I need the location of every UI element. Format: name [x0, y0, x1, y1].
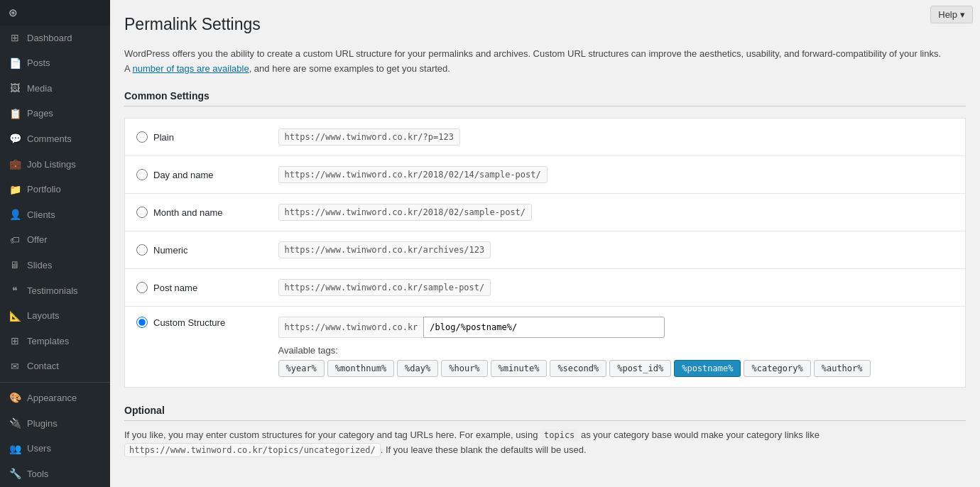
testimonials-icon: ❝	[9, 284, 21, 298]
help-label: Help	[938, 9, 957, 20]
sidebar-label-tools: Tools	[27, 468, 48, 481]
sidebar-label-templates: Templates	[27, 335, 69, 348]
sidebar-label-appearance: Appearance	[27, 392, 77, 405]
sidebar-divider	[0, 382, 110, 383]
radio-month-and-name[interactable]	[136, 207, 148, 218]
tag-btn-category[interactable]: %category%	[744, 360, 810, 377]
layouts-icon: 📐	[9, 310, 21, 324]
option-row-day-and-name: Day and name https://www.twinword.co.kr/…	[125, 156, 966, 194]
help-button[interactable]: Help ▾	[930, 6, 973, 23]
tag-btn-author[interactable]: %author%	[814, 360, 871, 377]
sidebar-item-contact[interactable]: ✉Contact	[0, 354, 110, 380]
sidebar-item-slides[interactable]: 🖥Slides	[0, 253, 110, 278]
url-example-post-name: https://www.twinword.co.kr/sample-post/	[278, 279, 491, 296]
posts-icon: 📄	[9, 57, 21, 71]
wp-logo: ⊛	[0, 0, 110, 26]
tags-available-link[interactable]: number of tags are available	[133, 63, 249, 74]
radio-custom-structure[interactable]	[136, 317, 148, 328]
sidebar-item-tools[interactable]: 🔧Tools	[0, 461, 110, 487]
sidebar-item-media[interactable]: 🖼Media	[0, 76, 110, 102]
tag-btn-monthnum[interactable]: %monthnum%	[327, 360, 394, 377]
topics-code: topics	[540, 429, 578, 442]
option-label-custom-structure: Custom Structure	[153, 317, 225, 328]
url-example-numeric: https://www.twinword.co.kr/archives/123	[278, 241, 491, 258]
intro-text-after: , and here are some examples to get you …	[249, 63, 450, 74]
url-example-plain: https://www.twinword.co.kr/?p=123	[278, 128, 460, 146]
option-label-month-and-name: Month and name	[153, 207, 223, 218]
sidebar-item-dashboard[interactable]: ⊞Dashboard	[0, 26, 110, 51]
sidebar-label-plugins: Plugins	[27, 417, 58, 430]
sidebar-item-layouts[interactable]: 📐Layouts	[0, 304, 110, 329]
radio-numeric[interactable]	[136, 244, 148, 256]
radio-day-and-name[interactable]	[136, 169, 148, 180]
tag-btn-minute[interactable]: %minute%	[491, 360, 548, 377]
sidebar-label-job-listings: Job Listings	[27, 158, 76, 171]
tag-btn-second[interactable]: %second%	[550, 360, 606, 377]
sidebar-item-pages[interactable]: 📋Pages	[0, 102, 110, 127]
sidebar-label-offer: Offer	[27, 234, 48, 246]
sidebar-item-testimonials[interactable]: ❝Testimonials	[0, 278, 110, 304]
wp-logo-icon: ⊛	[9, 6, 18, 19]
option-label-day-and-name: Day and name	[153, 170, 214, 180]
radio-label-custom-structure[interactable]: Custom Structure	[136, 317, 256, 328]
optional-paragraph: If you like, you may enter custom struct…	[124, 428, 966, 458]
option-label-numeric: Numeric	[153, 245, 187, 256]
sidebar: ⊛ ⊞Dashboard📄Posts🖼Media📋Pages💬Comments💼…	[0, 0, 110, 487]
radio-plain[interactable]	[136, 131, 148, 143]
tag-btn-day[interactable]: %day%	[397, 360, 438, 377]
sidebar-item-plugins[interactable]: 🔌Plugins	[0, 411, 110, 437]
option-label-post-name: Post name	[153, 283, 197, 293]
sidebar-item-comments[interactable]: 💬Comments	[0, 126, 110, 152]
clients-icon: 👤	[9, 208, 21, 222]
radio-post-name[interactable]	[136, 282, 148, 293]
appearance-icon: 🎨	[9, 391, 21, 405]
sidebar-label-media: Media	[27, 82, 52, 95]
optional-text-1: If you like, you may enter custom struct…	[124, 429, 540, 440]
sidebar-label-testimonials: Testimonials	[27, 285, 78, 297]
option-label-plain: Plain	[153, 132, 174, 143]
sidebar-item-offer[interactable]: 🏷Offer	[0, 228, 110, 253]
radio-label-post-name[interactable]: Post name	[136, 282, 256, 293]
sidebar-item-appearance[interactable]: 🎨Appearance	[0, 385, 110, 411]
sidebar-label-contact: Contact	[27, 360, 59, 373]
url-example-day-and-name: https://www.twinword.co.kr/2018/02/14/sa…	[278, 166, 548, 183]
tag-btn-hour[interactable]: %hour%	[441, 360, 487, 377]
sidebar-item-job-listings[interactable]: 💼Job Listings	[0, 152, 110, 177]
slides-icon: 🖥	[9, 258, 21, 273]
radio-label-plain[interactable]: Plain	[136, 131, 256, 143]
main-content: Help ▾ Permalink Settings WordPress offe…	[110, 0, 980, 487]
tag-btn-post_id[interactable]: %post_id%	[609, 360, 671, 377]
sidebar-item-posts[interactable]: 📄Posts	[0, 51, 110, 77]
custom-structure-input[interactable]	[423, 317, 665, 338]
sidebar-label-users: Users	[27, 442, 51, 455]
page-title: Permalink Settings	[124, 14, 966, 35]
sidebar-item-users[interactable]: 👥Users	[0, 437, 110, 462]
comments-icon: 💬	[9, 132, 21, 146]
media-icon: 🖼	[9, 82, 21, 96]
pages-icon: 📋	[9, 107, 21, 121]
tag-btn-postname[interactable]: %postname%	[674, 360, 741, 377]
common-settings-title: Common Settings	[124, 90, 966, 106]
url-example-month-and-name: https://www.twinword.co.kr/2018/02/sampl…	[278, 204, 533, 221]
optional-title: Optional	[124, 405, 966, 421]
portfolio-icon: 📁	[9, 183, 21, 197]
radio-label-numeric[interactable]: Numeric	[136, 244, 256, 256]
sidebar-label-posts: Posts	[27, 57, 50, 70]
sidebar-label-pages: Pages	[27, 107, 53, 120]
templates-icon: ⊞	[9, 334, 21, 349]
sidebar-label-clients: Clients	[27, 209, 55, 221]
tag-btn-year[interactable]: %year%	[278, 360, 325, 377]
job-listings-icon: 💼	[9, 158, 21, 172]
sidebar-item-clients[interactable]: 👤Clients	[0, 202, 110, 228]
sidebar-label-layouts: Layouts	[27, 310, 60, 322]
sidebar-item-portfolio[interactable]: 📁Portfolio	[0, 177, 110, 203]
option-row-post-name: Post name https://www.twinword.co.kr/sam…	[125, 269, 966, 307]
radio-label-day-and-name[interactable]: Day and name	[136, 169, 256, 180]
sidebar-item-templates[interactable]: ⊞Templates	[0, 329, 110, 354]
optional-url: https://www.twinword.co.kr/topics/uncate…	[124, 443, 381, 457]
custom-base-url: https://www.twinword.co.kr	[278, 317, 424, 338]
optional-text-2: as your category base would make your ca…	[578, 429, 820, 440]
radio-label-month-and-name[interactable]: Month and name	[136, 207, 256, 218]
option-row-numeric: Numeric https://www.twinword.co.kr/archi…	[125, 231, 966, 269]
option-row-custom-structure: Custom Structure https://www.twinword.co…	[125, 307, 966, 388]
